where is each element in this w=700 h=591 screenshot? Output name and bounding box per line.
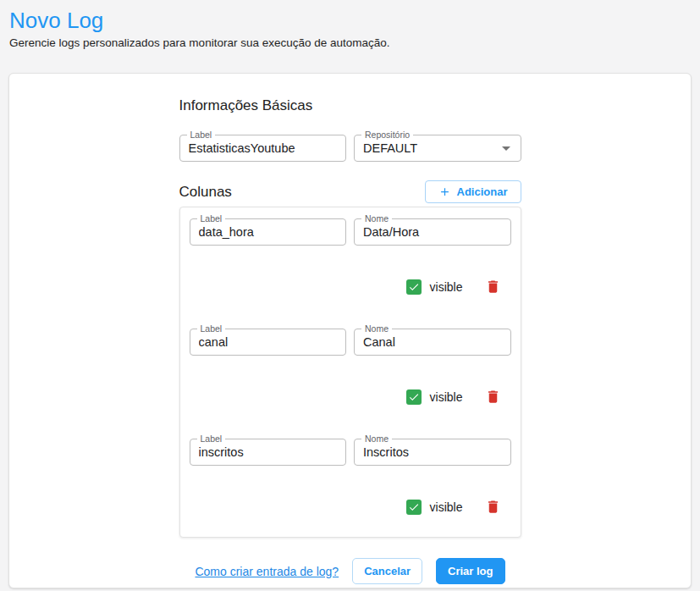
checkmark-icon <box>408 501 420 513</box>
column-label-input[interactable] <box>199 445 338 459</box>
repository-field-label: Repositório <box>361 130 413 140</box>
column-fields-row: Label Nome <box>190 439 511 466</box>
visible-label: visible <box>430 500 463 514</box>
basic-info-section-title: Informações Básicas <box>179 97 521 114</box>
column-visible-row: visible <box>190 389 511 405</box>
add-column-button-label: Adicionar <box>457 185 508 198</box>
column-fields-row: Label Nome <box>190 218 511 246</box>
label-field-label: Label <box>187 130 216 140</box>
visible-checkbox[interactable] <box>406 279 422 295</box>
visible-label: visible <box>430 390 463 404</box>
column-visible-row: visible <box>190 499 511 515</box>
column-name-field-label: Nome <box>361 213 392 224</box>
column-row: Label Nome visible <box>190 218 511 295</box>
delete-column-button[interactable] <box>485 279 501 295</box>
columns-list: Label Nome visible <box>179 207 521 538</box>
column-label-field: Label <box>190 439 347 466</box>
column-label-field-label: Label <box>197 434 226 444</box>
columns-section-title: Colunas <box>179 184 232 201</box>
column-name-field: Nome <box>354 439 511 466</box>
column-label-field: Label <box>190 218 347 246</box>
column-label-input[interactable] <box>199 225 338 239</box>
column-name-field: Nome <box>354 218 511 246</box>
visible-checkbox[interactable] <box>406 389 422 405</box>
column-name-input[interactable] <box>363 225 502 239</box>
create-log-button[interactable]: Criar log <box>436 558 504 584</box>
repository-select[interactable]: Repositório DEFAULT <box>354 135 521 162</box>
page-header: Novo Log Gerencie logs personalizados pa… <box>0 0 700 50</box>
column-label-field-label: Label <box>197 323 226 334</box>
help-link[interactable]: Como criar entrada de log? <box>195 565 339 578</box>
checkmark-icon <box>408 391 420 403</box>
column-row: Label Nome visible <box>190 439 511 515</box>
column-name-input[interactable] <box>363 445 502 459</box>
footer-actions: Como criar entrada de log? Cancelar Cria… <box>179 558 521 584</box>
visible-label: visible <box>430 280 463 294</box>
plus-icon <box>438 185 451 198</box>
column-visible-row: visible <box>190 279 511 295</box>
column-name-field-label: Nome <box>361 434 392 444</box>
delete-column-button[interactable] <box>485 389 501 405</box>
column-label-field-label: Label <box>197 213 226 224</box>
column-row: Label Nome visible <box>190 329 511 405</box>
trash-icon <box>485 389 501 405</box>
columns-header: Colunas Adicionar <box>179 180 521 203</box>
column-fields-row: Label Nome <box>190 329 511 356</box>
page-title: Novo Log <box>9 7 690 34</box>
trash-icon <box>485 279 501 295</box>
column-name-input[interactable] <box>363 335 502 349</box>
cancel-button[interactable]: Cancelar <box>352 558 422 584</box>
form-card: Informações Básicas Label Repositório DE… <box>8 73 692 588</box>
basic-info-fields-row: Label Repositório DEFAULT <box>179 135 521 162</box>
label-field: Label <box>179 135 347 162</box>
column-label-field: Label <box>190 329 347 356</box>
column-label-input[interactable] <box>199 335 338 349</box>
repository-selected-value: DEFAULT <box>363 141 502 155</box>
label-input[interactable] <box>189 141 338 155</box>
trash-icon <box>485 499 501 515</box>
add-column-button[interactable]: Adicionar <box>425 180 521 203</box>
column-name-field-label: Nome <box>361 323 392 334</box>
delete-column-button[interactable] <box>485 499 501 515</box>
visible-checkbox[interactable] <box>406 500 422 515</box>
caret-down-icon <box>502 146 510 151</box>
column-name-field: Nome <box>354 329 511 356</box>
checkmark-icon <box>408 281 420 293</box>
page-subtitle: Gerencie logs personalizados para monito… <box>9 36 690 50</box>
